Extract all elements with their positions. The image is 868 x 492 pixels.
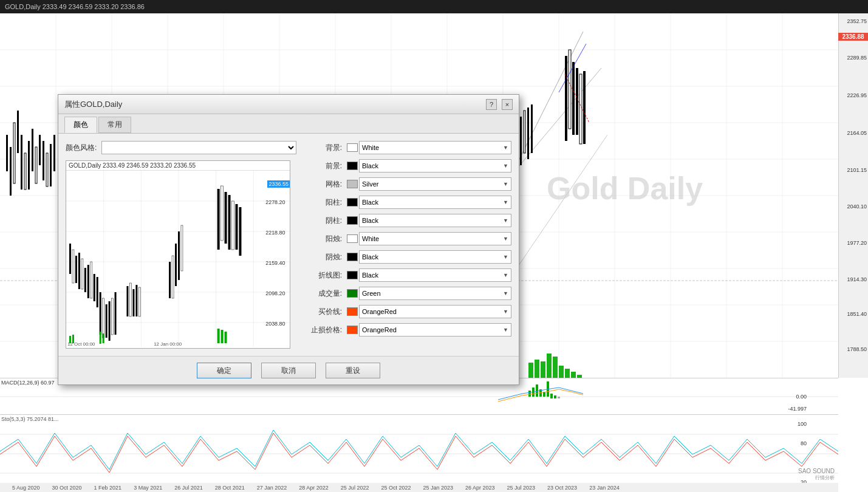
dialog-title: 属性GOLD,Daily <box>64 99 122 110</box>
svg-rect-144 <box>169 262 171 298</box>
color-value-foreground: Black <box>362 162 378 169</box>
color-label-bull-bar: 阳柱: <box>309 197 342 208</box>
color-swatch-buy-price[interactable] <box>347 307 358 316</box>
color-row-bull-candle: 阳烛: White ▼ <box>309 232 511 245</box>
svg-rect-155 <box>239 207 241 256</box>
color-dropdown-volume[interactable]: Green ▼ <box>359 287 511 300</box>
color-swatch-grid[interactable] <box>347 180 358 188</box>
color-row-background: 背景: White ▼ <box>309 141 511 154</box>
cancel-button[interactable]: 取消 <box>261 363 316 378</box>
color-swatch-volume[interactable] <box>347 289 358 298</box>
color-value-stop-loss: OrangeRed <box>362 326 397 333</box>
reset-button[interactable]: 重设 <box>326 363 380 378</box>
color-value-grid: Silver <box>362 180 379 188</box>
color-label-stop-loss: 止损价格: <box>309 325 342 335</box>
color-dropdown-bull-candle[interactable]: White ▼ <box>359 232 511 245</box>
color-select-buy-price: OrangeRed ▼ <box>347 305 511 318</box>
color-swatch-bear-bar[interactable] <box>347 216 358 225</box>
properties-dialog: 属性GOLD,Daily ? × 颜色 常用 颜色风格: <box>58 94 519 385</box>
mini-chart-svg: 2278.20 2218.80 2159.40 2098.20 2038.80 <box>66 171 290 347</box>
color-select-bear-bar: Black ▼ <box>347 214 511 227</box>
svg-rect-131 <box>94 274 95 301</box>
color-row-volume: 成交量: Green ▼ <box>309 287 511 300</box>
color-swatch-bear-candle[interactable] <box>347 253 358 261</box>
dialog-controls: ? × <box>486 99 513 110</box>
svg-rect-151 <box>225 192 227 244</box>
color-row-bear-bar: 阴柱: Black ▼ <box>309 214 511 227</box>
svg-rect-149 <box>217 189 220 250</box>
color-value-buy-price: OrangeRed <box>362 308 397 315</box>
color-dropdown-grid[interactable]: Silver ▼ <box>359 177 511 191</box>
color-value-bear-bar: Black <box>362 217 378 224</box>
color-swatch-bull-bar[interactable] <box>347 198 358 207</box>
dialog-titlebar: 属性GOLD,Daily ? × <box>58 95 519 114</box>
color-dropdown-line-chart[interactable]: Black ▼ <box>359 268 511 282</box>
svg-text:2278.20: 2278.20 <box>265 199 285 205</box>
color-dropdown-buy-price[interactable]: OrangeRed ▼ <box>359 305 511 318</box>
color-settings: 背景: White ▼ 前景: Black <box>309 141 511 349</box>
mini-chart-section: 颜色风格: GOLD,Daily 2333.49 2346.59 2333.20… <box>66 141 296 349</box>
color-label-buy-price: 买价线: <box>309 307 342 317</box>
svg-rect-148 <box>181 225 183 271</box>
svg-rect-147 <box>178 231 180 280</box>
svg-rect-150 <box>221 186 224 241</box>
color-dropdown-foreground[interactable]: Black ▼ <box>359 159 511 173</box>
svg-rect-153 <box>232 201 234 250</box>
color-swatch-background[interactable] <box>347 143 358 152</box>
svg-rect-137 <box>112 298 114 335</box>
svg-rect-127 <box>81 259 83 289</box>
color-row-buy-price: 买价线: OrangeRed ▼ <box>309 305 511 318</box>
mini-price-tag: 2336.55 <box>267 180 290 188</box>
svg-rect-165 <box>217 329 220 343</box>
color-dropdown-stop-loss[interactable]: OrangeRed ▼ <box>359 323 511 337</box>
dialog-body: 颜色风格: GOLD,Daily 2333.49 2346.59 2333.20… <box>58 134 519 356</box>
color-swatch-foreground[interactable] <box>347 162 358 170</box>
color-swatch-bull-candle[interactable] <box>347 234 358 243</box>
color-row-stop-loss: 止损价格: OrangeRed ▼ <box>309 323 511 337</box>
tab-common[interactable]: 常用 <box>98 117 131 133</box>
color-dropdown-background[interactable]: White ▼ <box>359 141 511 154</box>
color-style-row: 颜色风格: <box>66 141 296 154</box>
color-select-volume: Green ▼ <box>347 287 511 300</box>
color-dropdown-arrow-line-chart: ▼ <box>503 272 508 278</box>
color-value-bear-candle: Black <box>362 253 378 261</box>
color-dropdown-arrow-buy-price: ▼ <box>503 309 508 315</box>
svg-rect-166 <box>221 330 224 343</box>
svg-rect-135 <box>106 304 108 338</box>
svg-text:12 Jan 00:00: 12 Jan 00:00 <box>154 341 182 347</box>
dialog-tabs: 颜色 常用 <box>58 114 519 134</box>
color-style-select[interactable] <box>101 141 296 154</box>
color-swatch-stop-loss[interactable] <box>347 326 358 334</box>
svg-rect-133 <box>100 292 101 335</box>
color-dropdown-arrow-bear-bar: ▼ <box>503 217 508 224</box>
color-dropdown-bull-bar[interactable]: Black ▼ <box>359 196 511 209</box>
help-button[interactable]: ? <box>486 99 497 110</box>
color-label-background: 背景: <box>309 143 342 153</box>
svg-rect-143 <box>138 287 140 316</box>
color-select-bear-candle: Black ▼ <box>347 250 511 264</box>
color-value-line-chart: Black <box>362 272 378 279</box>
color-dropdown-arrow-bull-bar: ▼ <box>503 199 508 205</box>
color-label-foreground: 前景: <box>309 161 342 171</box>
svg-text:2098.20: 2098.20 <box>265 290 285 296</box>
color-select-stop-loss: OrangeRed ▼ <box>347 323 511 337</box>
color-row-bear-candle: 阴烛: Black ▼ <box>309 250 511 264</box>
confirm-button[interactable]: 确定 <box>197 363 251 378</box>
svg-rect-154 <box>235 204 238 250</box>
svg-rect-132 <box>97 277 98 307</box>
color-select-bull-bar: Black ▼ <box>347 196 511 209</box>
color-dropdown-bear-candle[interactable]: Black ▼ <box>359 250 511 264</box>
color-value-bull-bar: Black <box>362 199 378 206</box>
tab-color[interactable]: 颜色 <box>64 117 97 133</box>
color-label-grid: 网格: <box>309 179 342 190</box>
color-select-bull-candle: White ▼ <box>347 232 511 245</box>
svg-rect-163 <box>100 332 101 344</box>
color-dropdown-arrow-volume: ▼ <box>503 290 508 296</box>
color-swatch-line-chart[interactable] <box>347 271 358 279</box>
mini-chart-frame: GOLD,Daily 2333.49 2346.59 2333.20 2336.… <box>66 160 290 349</box>
close-button[interactable]: × <box>502 99 513 110</box>
svg-rect-164 <box>103 333 104 343</box>
dialog-footer: 确定 取消 重设 <box>58 356 519 384</box>
color-dropdown-arrow-background: ▼ <box>503 145 508 151</box>
color-dropdown-bear-bar[interactable]: Black ▼ <box>359 214 511 227</box>
